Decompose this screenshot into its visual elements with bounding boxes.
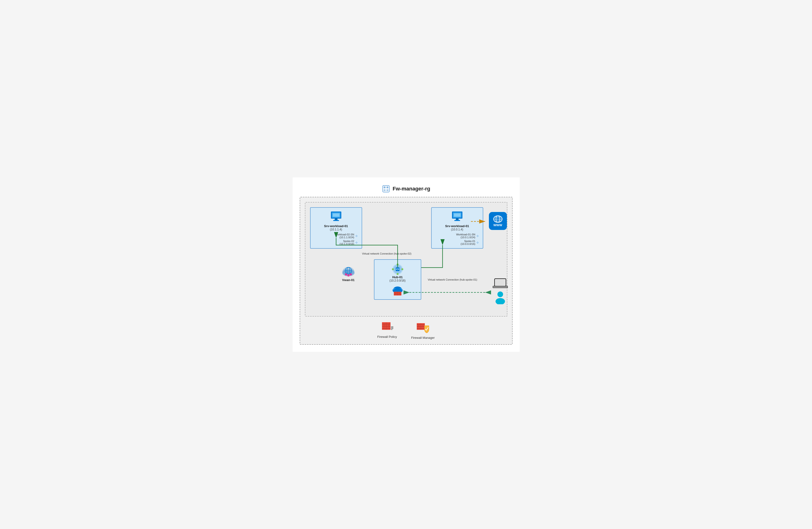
spoke02-vm-ip: (10.1.1.4)	[314, 228, 358, 231]
hub-outer-box: <> Hub-01 (10.2.0.0/16)	[374, 259, 421, 300]
hub-firewall-area	[391, 286, 404, 296]
svg-rect-80	[391, 327, 393, 327]
hub-spoke02-text: Virtual network Connection (hub-spoke-02…	[362, 252, 411, 255]
hub-ip: (10.2.0.0/16)	[389, 279, 405, 282]
svg-rect-15	[454, 220, 460, 221]
www-area: WWW	[489, 212, 507, 230]
laptop-icon	[493, 277, 508, 289]
vm-icon-right	[451, 211, 464, 222]
svg-rect-10	[335, 219, 337, 219]
svg-rect-3	[383, 189, 386, 191]
vm-icon-left	[330, 211, 343, 222]
svg-rect-56	[495, 280, 505, 285]
spoke01-subnet-ip: (10.0.1.0/24)	[456, 236, 475, 239]
spoke01-subnet-row: Workload-01-SN (10.0.1.0/24) ⟡	[435, 233, 479, 239]
bottom-icons-area: Firewall Policy	[305, 321, 507, 340]
firewall-manager-icon	[416, 321, 430, 334]
diagram-container: Fw-manager-rg	[293, 177, 520, 352]
svg-rect-0	[383, 185, 389, 192]
rg-icon	[382, 185, 390, 193]
inner-network-area: Srv-workload-01 (10.1.1.4) Workload-02-S…	[305, 202, 507, 317]
svg-point-27	[401, 268, 403, 270]
spoke02-subnet-row: Workload-02-SN (10.1.1.0/24) ⟡	[314, 233, 358, 239]
spoke02-subnet-label: Workload-02-SN	[335, 233, 354, 236]
hub-label: Hub-01	[392, 275, 403, 279]
svg-rect-13	[454, 213, 461, 217]
hub-icon: <>	[391, 263, 404, 275]
svg-rect-9	[333, 220, 339, 221]
spoke01-subnet-icon: ⟡	[476, 234, 479, 238]
www-label: WWW	[493, 223, 502, 227]
hub-spoke01-text: Virtual network Connection (hub-spoke-01…	[428, 278, 477, 281]
svg-rect-83	[391, 329, 392, 330]
globe-icon	[493, 215, 503, 223]
page-title: Fw-manager-rg	[393, 186, 430, 192]
svg-point-26	[397, 263, 398, 266]
svg-point-28	[397, 273, 398, 275]
spoke01-subnet-label: Workload-01-SN	[456, 233, 475, 236]
svg-point-59	[495, 298, 505, 304]
spoke02-vnet-ip: (10.1.0.0/16)	[339, 243, 354, 245]
user-area	[493, 277, 508, 304]
svg-rect-7	[333, 213, 339, 217]
svg-text:<>: <>	[396, 268, 399, 271]
title-area: Fw-manager-rg	[300, 185, 512, 193]
firewall-manager-item: Firewall Manager	[411, 321, 435, 340]
hub-spoke02-label: Virtual network Connection (hub-spoke-02…	[362, 252, 411, 255]
spoke01-vm-label: Srv-workload-01	[435, 224, 479, 228]
vwan-label: Vwan-01	[342, 278, 354, 282]
spoke01-vm-icon	[435, 211, 479, 223]
svg-rect-2	[387, 186, 388, 188]
svg-point-29	[392, 268, 394, 270]
diagram-body: Srv-workload-01 (10.1.1.4) Workload-02-S…	[310, 207, 502, 311]
svg-rect-57	[493, 286, 508, 288]
hub-spoke01-label: Virtual network Connection (hub-spoke-01…	[428, 278, 477, 281]
spoke02-vnet-row: Spoke-02 (10.1.0.0/16) ⟡	[314, 240, 358, 245]
firewall-manager-label: Firewall Manager	[411, 336, 435, 340]
svg-point-52	[345, 273, 347, 276]
spoke02-subnet-icon: ⟡	[355, 234, 358, 238]
svg-rect-82	[391, 328, 393, 329]
svg-rect-16	[456, 219, 458, 219]
firewall-policy-icon	[380, 321, 394, 333]
svg-rect-81	[391, 327, 393, 328]
spoke02-box: Srv-workload-01 (10.1.1.4) Workload-02-S…	[310, 207, 362, 249]
spoke01-vnet-icon: ⟡	[476, 240, 479, 245]
hub-inner-box: <> Hub-01 (10.2.0.0/16)	[374, 259, 421, 300]
svg-rect-4	[387, 189, 388, 191]
spoke01-vm-ip: (10.0.1.4)	[435, 228, 479, 231]
spoke01-vnet-ip: (10.0.0.0/16)	[461, 243, 475, 245]
vwan-area: Vwan-01	[341, 264, 356, 282]
spoke01-vnet-label: Spoke-01	[461, 240, 475, 243]
www-box: WWW	[489, 212, 507, 230]
spoke02-vnet-label: Spoke-02	[339, 240, 354, 243]
firewall-policy-item: Firewall Policy	[377, 321, 397, 340]
outer-resource-group-box: Srv-workload-01 (10.1.1.4) Workload-02-S…	[300, 197, 512, 345]
azure-firewall-icon	[391, 286, 404, 296]
svg-rect-1	[383, 186, 386, 188]
spoke01-box: Srv-workload-01 (10.0.1.4) Workload-01-S…	[431, 207, 483, 249]
svg-point-58	[497, 291, 503, 297]
spoke01-vnet-row: Spoke-01 (10.0.0.0/16) ⟡	[435, 240, 479, 245]
spoke02-vm-icon	[314, 211, 358, 223]
spoke02-vm-label: Srv-workload-01	[314, 224, 358, 228]
spoke02-subnet-ip: (10.1.1.0/24)	[335, 236, 354, 239]
spoke02-vnet-icon: ⟡	[355, 240, 358, 245]
person-icon	[495, 291, 506, 304]
vwan-icon	[341, 264, 356, 278]
svg-point-54	[350, 273, 352, 276]
firewall-policy-label: Firewall Policy	[377, 335, 397, 339]
svg-point-53	[347, 274, 350, 276]
